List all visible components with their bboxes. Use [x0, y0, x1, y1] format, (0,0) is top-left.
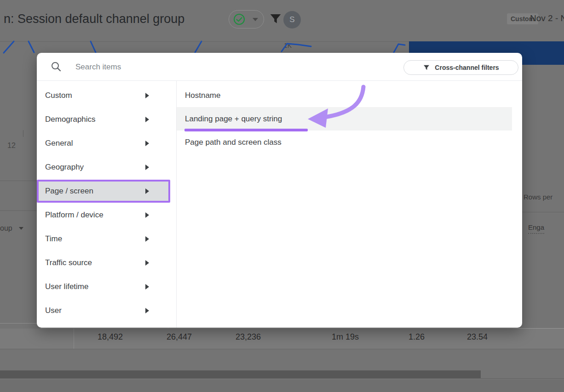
annotation-underline	[184, 129, 308, 131]
chevron-right-icon	[145, 141, 149, 146]
divider	[0, 323, 39, 324]
chevron-right-icon	[145, 260, 149, 266]
axis-tick	[23, 130, 23, 137]
dimension-picker-dialog: Cross-channel filters Custom Demographic…	[37, 53, 522, 328]
table-column-header-partial[interactable]: oup	[0, 224, 23, 233]
chevron-down-icon	[19, 227, 23, 230]
category-user[interactable]: User	[37, 299, 176, 323]
cross-channel-filters-button[interactable]: Cross-channel filters	[403, 60, 518, 75]
chevron-right-icon	[145, 188, 149, 194]
chevron-right-icon	[145, 308, 149, 313]
chevron-right-icon	[145, 236, 149, 242]
category-general[interactable]: General	[37, 131, 176, 155]
dimension-hostname[interactable]: Hostname	[177, 84, 522, 107]
total-sessions-value: 26,447	[132, 332, 192, 342]
chevron-right-icon	[145, 117, 149, 122]
category-traffic-source[interactable]: Traffic source	[37, 251, 176, 275]
chart-x-tick-label: 12	[7, 142, 16, 150]
category-user-lifetime[interactable]: User lifetime	[37, 275, 176, 299]
chevron-right-icon	[145, 93, 149, 98]
category-custom[interactable]: Custom	[37, 84, 176, 108]
dimension-page-path-screen-class[interactable]: Page path and screen class	[177, 131, 522, 154]
divider	[0, 181, 37, 181]
search-icon	[51, 61, 62, 72]
category-platform-device[interactable]: Platform / device	[37, 203, 176, 227]
category-geography[interactable]: Geography	[37, 155, 176, 179]
category-time[interactable]: Time	[37, 227, 176, 251]
total-ratio-value: 1.26	[365, 332, 425, 342]
filter-funnel-icon	[423, 64, 430, 71]
chevron-right-icon	[145, 212, 149, 218]
total-rate-value: 23.54	[428, 332, 488, 342]
bottom-strip	[0, 380, 564, 392]
dimension-landing-page-query-string[interactable]: Landing page + query string	[177, 107, 512, 131]
search-bar: Cross-channel filters	[37, 53, 522, 81]
category-menu: Custom Demographics General Geography Pa…	[37, 84, 176, 323]
horizontal-scrollbar-thumb[interactable]	[0, 370, 481, 378]
table-border	[0, 349, 564, 349]
dimension-list: Hostname Landing page + query string Pag…	[177, 81, 522, 328]
total-duration-value: 1m 19s	[299, 332, 359, 342]
chevron-right-icon	[145, 165, 149, 170]
scrollbar-track-edge	[0, 378, 564, 379]
divider	[0, 210, 37, 211]
engagement-column-header-partial[interactable]: Enga	[528, 223, 544, 234]
search-input[interactable]	[75, 59, 270, 75]
total-engaged-sessions-value: 23,236	[201, 332, 261, 342]
category-page-screen[interactable]: Page / screen	[37, 180, 170, 203]
rows-per-page-label: Rows per	[524, 193, 552, 201]
divider	[522, 212, 564, 212]
screen: n: Session default channel group S Custo…	[0, 0, 564, 392]
chevron-right-icon	[145, 284, 149, 290]
total-users-value: 18,492	[63, 332, 123, 342]
category-demographics[interactable]: Demographics	[37, 108, 176, 131]
